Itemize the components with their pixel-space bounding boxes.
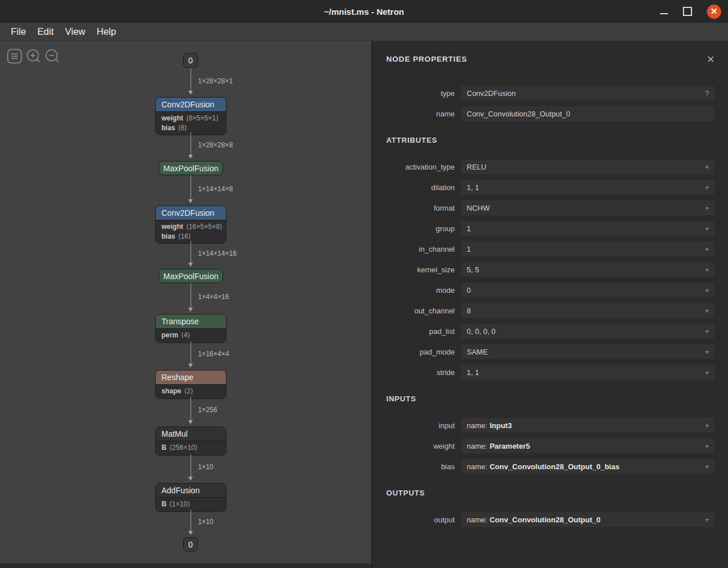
property-value-field[interactable]: name:Input3+ (461, 418, 714, 433)
edge-shape-label: 1×14×14×8 (198, 185, 233, 193)
property-value-field[interactable]: name:Parameter5+ (461, 438, 714, 453)
graph-node-transpose[interactable]: Transposeperm⟨4⟩ (155, 314, 227, 343)
node-param: weight⟨8×5×5×1⟩ (161, 114, 220, 123)
property-value-field[interactable]: name:Conv_Convolution28_Output_0_bias+ (461, 459, 714, 474)
menu-help[interactable]: Help (91, 25, 122, 38)
property-value-field[interactable]: 1, 1+ (461, 365, 714, 380)
netron-window: ~/mnist.ms - Netron ✕ FileEditViewHelp (0, 0, 728, 568)
zoom-out-button[interactable] (45, 49, 60, 64)
property-value-field[interactable]: SAME+ (461, 344, 714, 359)
property-row-kernel_size: kernel_size5, 5+ (386, 262, 714, 277)
node-params: weight⟨8×5×5×1⟩bias⟨8⟩ (156, 112, 226, 135)
graph-node-reshape[interactable]: Reshapeshape⟨2⟩ (155, 370, 227, 399)
edge-shape-label: 1×16×4×4 (198, 350, 229, 358)
property-row-output: outputname:Conv_Convolution28_Output_0+ (386, 512, 714, 527)
node-param: B⟨1×10⟩ (161, 499, 220, 509)
section-heading-outputs: OUTPUTS (386, 489, 714, 497)
property-value-field[interactable]: Conv2DFusion? (461, 86, 714, 100)
expand-icon[interactable]: + (705, 421, 709, 430)
property-value-field[interactable]: 1+ (461, 241, 714, 256)
expand-icon[interactable]: + (705, 442, 709, 450)
property-label: type (386, 89, 455, 98)
menu-view[interactable]: View (59, 25, 91, 38)
property-value-field[interactable]: 0, 0, 0, 0+ (461, 324, 714, 339)
expand-icon[interactable]: + (705, 462, 709, 471)
content: 0Conv2DFusionweight⟨8×5×5×1⟩bias⟨8⟩MaxPo… (0, 41, 728, 568)
expand-icon[interactable]: + (705, 204, 709, 212)
window-controls: ✕ (660, 0, 721, 23)
expand-icon[interactable]: + (705, 515, 709, 524)
edge-shape-label: 1×28×28×8 (198, 141, 233, 149)
graph-node-conv2dfusion[interactable]: Conv2DFusionweight⟨8×5×5×1⟩bias⟨8⟩ (155, 97, 227, 135)
minimize-button[interactable] (660, 13, 668, 14)
graph-node-conv2dfusion[interactable]: Conv2DFusionweight⟨16×5×5×8⟩bias⟨16⟩ (155, 206, 227, 244)
edge-line (191, 68, 191, 91)
property-label: activation_type (386, 163, 455, 171)
node-title: Transpose (156, 315, 226, 329)
value-prefix: name: (467, 442, 487, 450)
property-value-field[interactable]: 8+ (461, 303, 714, 318)
edge-line (191, 397, 191, 421)
value-text: 1 (467, 245, 471, 253)
property-label: pad_list (386, 327, 455, 336)
expand-icon[interactable]: + (705, 265, 709, 274)
param-name: bias (161, 124, 175, 132)
edge-arrowhead-icon (188, 420, 193, 424)
graph-canvas[interactable]: 0Conv2DFusionweight⟨8×5×5×1⟩bias⟨8⟩MaxPo… (0, 41, 372, 568)
property-value-field[interactable]: RELU+ (461, 159, 714, 174)
property-value-field[interactable]: 1+ (461, 221, 714, 236)
zoom-in-button[interactable] (26, 49, 41, 64)
sidebar-toggle-button[interactable] (7, 49, 22, 64)
value-text: 0, 0, 0, 0 (467, 327, 496, 336)
node-param: bias⟨16⟩ (161, 232, 220, 241)
edge-arrowhead-icon (188, 308, 193, 312)
property-row-in_channel: in_channel1+ (386, 241, 714, 256)
menu-file[interactable]: File (5, 25, 32, 38)
edge-line (191, 341, 191, 364)
value-text: 8 (467, 307, 471, 315)
edge-arrowhead-icon (188, 199, 193, 203)
menu-edit[interactable]: Edit (32, 25, 59, 38)
property-row-mode: mode0+ (386, 283, 714, 297)
close-button[interactable]: ✕ (707, 5, 721, 19)
node-param: shape⟨2⟩ (161, 386, 220, 396)
param-shape: ⟨8⟩ (178, 124, 187, 132)
value-text: Conv2DFusion (467, 89, 516, 98)
property-value-field[interactable]: NCHW+ (461, 200, 714, 215)
property-row-input: inputname:Input3+ (386, 418, 714, 433)
property-row-type: typeConv2DFusion? (386, 86, 714, 100)
property-value-field[interactable]: 0+ (461, 283, 714, 297)
edge-arrowhead-icon (188, 477, 193, 481)
expand-icon[interactable]: + (705, 183, 709, 192)
expand-icon[interactable]: + (705, 307, 709, 315)
property-value-field[interactable]: 5, 5+ (461, 262, 714, 277)
node-param: B⟨256×10⟩ (161, 443, 220, 453)
node-param: weight⟨16×5×5×8⟩ (161, 222, 220, 232)
expand-icon[interactable]: + (705, 286, 709, 295)
expand-icon[interactable]: + (705, 163, 709, 171)
graph-node-maxpoolfusion[interactable]: MaxPoolFusion (159, 161, 223, 175)
value-text: NCHW (467, 204, 490, 212)
expand-icon[interactable]: + (705, 327, 709, 336)
graph-node-maxpoolfusion[interactable]: MaxPoolFusion (159, 269, 223, 283)
help-icon[interactable]: ? (705, 89, 709, 98)
edge-shape-label: 1×10 (198, 463, 213, 471)
graph-node-matmul[interactable]: MatMulB⟨256×10⟩ (155, 426, 227, 456)
graph-node-addfusion[interactable]: AddFusionB⟨1×10⟩ (155, 483, 227, 512)
maximize-button[interactable] (683, 7, 692, 16)
graph-node-0[interactable]: 0 (183, 537, 198, 551)
property-value-field[interactable]: 1, 1+ (461, 180, 714, 195)
expand-icon[interactable]: + (705, 348, 709, 356)
expand-icon[interactable]: + (705, 224, 709, 233)
node-params: B⟨1×10⟩ (156, 498, 226, 511)
edge-shape-label: 1×14×14×16 (198, 249, 237, 257)
property-row-name: nameConv_Convolution28_Output_0 (386, 106, 714, 121)
node-title: MatMul (156, 427, 226, 441)
expand-icon[interactable]: + (705, 245, 709, 253)
property-value-field[interactable]: Conv_Convolution28_Output_0 (461, 106, 714, 121)
close-icon[interactable]: × (707, 55, 714, 64)
param-name: bias (161, 232, 175, 240)
graph-node-0[interactable]: 0 (183, 53, 198, 68)
expand-icon[interactable]: + (705, 368, 709, 377)
property-value-field[interactable]: name:Conv_Convolution28_Output_0+ (461, 512, 714, 527)
